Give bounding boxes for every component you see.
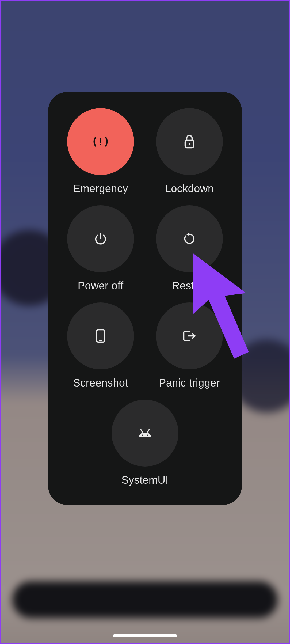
emergency-label: Emergency: [73, 183, 128, 195]
power-item-poweroff[interactable]: Power off: [59, 205, 142, 292]
svg-line-7: [148, 429, 149, 432]
svg-point-8: [142, 434, 143, 436]
systemui-label: SystemUI: [121, 474, 169, 486]
power-item-panic[interactable]: Panic trigger: [148, 302, 231, 389]
svg-point-2: [189, 143, 190, 145]
lockdown-label: Lockdown: [165, 183, 214, 195]
svg-point-0: [100, 144, 101, 145]
systemui-button[interactable]: [112, 400, 178, 467]
screenshot-label: Screenshot: [73, 377, 128, 389]
restart-icon: [183, 232, 196, 245]
lock-icon: [183, 134, 196, 149]
screenshot-icon: [95, 328, 106, 344]
screenshot-button[interactable]: [67, 302, 134, 369]
emergency-icon: [92, 135, 109, 148]
power-item-restart[interactable]: Restart: [148, 205, 231, 292]
power-icon: [94, 232, 107, 245]
svg-line-6: [141, 429, 142, 432]
restart-label: Restart: [172, 280, 207, 292]
gesture-nav-pill[interactable]: [113, 634, 177, 637]
power-menu-grid: Emergency Lockdown: [59, 108, 231, 486]
power-item-screenshot[interactable]: Screenshot: [59, 302, 142, 389]
svg-point-9: [147, 434, 148, 436]
power-item-emergency[interactable]: Emergency: [59, 108, 142, 195]
poweroff-button[interactable]: [67, 205, 134, 272]
android-icon: [138, 428, 152, 438]
exit-icon: [182, 329, 197, 343]
panic-button[interactable]: [156, 302, 223, 369]
power-menu-panel: Emergency Lockdown: [48, 92, 242, 505]
panic-label: Panic trigger: [159, 377, 220, 389]
poweroff-label: Power off: [78, 280, 124, 292]
power-item-systemui[interactable]: SystemUI: [59, 400, 231, 486]
power-item-lockdown[interactable]: Lockdown: [148, 108, 231, 195]
emergency-button[interactable]: [67, 108, 134, 175]
restart-button[interactable]: [156, 205, 223, 272]
lockdown-button[interactable]: [156, 108, 223, 175]
